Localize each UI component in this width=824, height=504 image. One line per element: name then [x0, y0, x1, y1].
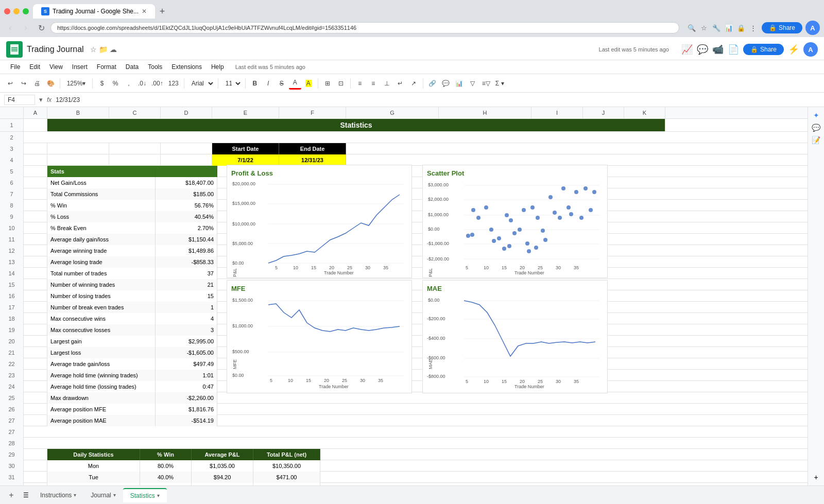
- expand-icon[interactable]: ▾: [39, 96, 43, 103]
- bookmark-icon[interactable]: ☆: [699, 23, 709, 33]
- menu-format[interactable]: Format: [93, 61, 121, 73]
- add-sheet-button[interactable]: +: [4, 488, 19, 502]
- align-center[interactable]: ≡: [367, 77, 380, 90]
- menu-help[interactable]: Help: [207, 61, 228, 73]
- menu-data[interactable]: Data: [122, 61, 143, 73]
- chart-button[interactable]: 📊: [453, 77, 466, 90]
- text-wrap[interactable]: ↵: [394, 77, 406, 90]
- stats-label-19[interactable]: Max consecutive losses: [47, 324, 156, 336]
- stats-value-9[interactable]: 40.54%: [156, 211, 217, 222]
- stats-label-21[interactable]: Largest loss: [47, 347, 156, 358]
- cloud-icon[interactable]: ☁: [110, 45, 117, 54]
- cell-A3[interactable]: [24, 143, 47, 154]
- stats-label-24[interactable]: Average hold time (lossing trades): [47, 381, 156, 392]
- stats-value-20[interactable]: $2,995.00: [156, 336, 217, 347]
- stats-value-17[interactable]: 1: [156, 302, 217, 313]
- tab-close-icon[interactable]: ✕: [142, 8, 147, 15]
- cell-A24[interactable]: [24, 381, 47, 392]
- daily-header-total[interactable]: Total P&L (net): [253, 449, 320, 460]
- cell-A29[interactable]: [24, 449, 47, 460]
- lightning-icon[interactable]: ⚡: [788, 44, 799, 55]
- cell-A4[interactable]: [24, 154, 47, 166]
- active-tab[interactable]: S Trading Journal - Google She... ✕: [33, 4, 155, 19]
- stats-value-22[interactable]: $497.49: [156, 358, 217, 370]
- menu-tools[interactable]: Tools: [144, 61, 166, 73]
- new-tab-button[interactable]: +: [155, 4, 169, 19]
- folder-icon[interactable]: 📁: [99, 45, 108, 54]
- tab-statistics[interactable]: Statistics ▾: [123, 488, 167, 502]
- sidebar-chat-icon[interactable]: 💬: [812, 124, 820, 132]
- cell-reference[interactable]: F4: [4, 95, 35, 105]
- font-size-select[interactable]: 11: [221, 78, 242, 89]
- menu-view[interactable]: View: [45, 61, 67, 73]
- stats-value-21[interactable]: -$1,605.00: [156, 347, 217, 358]
- col-header-C[interactable]: C: [109, 107, 161, 118]
- stats-value-18[interactable]: 4: [156, 313, 217, 324]
- formula-button[interactable]: Σ ▾: [493, 77, 506, 90]
- bold-button[interactable]: B: [249, 77, 261, 90]
- col-header-F[interactable]: F: [279, 107, 346, 118]
- maximize-button[interactable]: [23, 8, 29, 14]
- cell-A30[interactable]: [24, 460, 47, 472]
- daily-win-31[interactable]: 40.0%: [140, 472, 192, 483]
- stats-label-6[interactable]: Net Gain/Loss: [47, 177, 156, 188]
- back-button[interactable]: ‹: [4, 22, 16, 34]
- col-header-E[interactable]: E: [212, 107, 279, 118]
- cell-B3[interactable]: [47, 143, 109, 154]
- daily-total-32[interactable]: $4,755.00: [253, 483, 320, 485]
- menu-extensions[interactable]: Extensions: [167, 61, 206, 73]
- sheet-list-button[interactable]: ☰: [19, 488, 33, 502]
- daily-day-32[interactable]: Wed: [47, 483, 140, 485]
- cell-A7[interactable]: [24, 188, 47, 200]
- cell-A12[interactable]: [24, 245, 47, 256]
- comment-icon[interactable]: 💬: [697, 44, 708, 55]
- cell-C3[interactable]: [109, 143, 161, 154]
- stats-label-18[interactable]: Max consecutive wins: [47, 313, 156, 324]
- align-left[interactable]: ≡: [354, 77, 366, 90]
- extension-icon-2[interactable]: 📊: [724, 23, 734, 33]
- align-bottom[interactable]: ⊥: [381, 77, 393, 90]
- stats-value-6[interactable]: $18,407.00: [156, 177, 217, 188]
- extension-icon-1[interactable]: 🔧: [711, 23, 722, 33]
- stats-value-15[interactable]: 21: [156, 279, 217, 290]
- merge-button[interactable]: ⊡: [335, 77, 347, 90]
- font-color-button[interactable]: A: [289, 77, 301, 90]
- font-select[interactable]: Arial: [187, 78, 215, 89]
- cell-B1-merged[interactable]: Statistics: [47, 119, 665, 131]
- cell-A16[interactable]: [24, 290, 47, 302]
- menu-insert[interactable]: Insert: [68, 61, 92, 73]
- cell-A32[interactable]: [24, 483, 47, 485]
- stats-value-13[interactable]: -$858.33: [156, 256, 217, 268]
- daily-win-32[interactable]: 55.6%: [140, 483, 192, 485]
- sidebar-plus-icon[interactable]: +: [814, 473, 818, 481]
- cell-A18[interactable]: [24, 313, 47, 324]
- cell-D3[interactable]: [161, 143, 212, 154]
- border-button[interactable]: ⊞: [321, 77, 334, 90]
- stats-label-25[interactable]: Max drawdown: [47, 392, 156, 404]
- stats-label-27[interactable]: Average position MAE: [47, 415, 156, 426]
- star-icon[interactable]: ☆: [90, 45, 97, 54]
- cell-E4-start-value[interactable]: 7/1/22: [212, 154, 279, 166]
- col-header-K[interactable]: K: [624, 107, 665, 118]
- paint-format-button[interactable]: 🎨: [44, 77, 57, 90]
- stats-value-26[interactable]: $1,816.76: [156, 404, 217, 415]
- stats-label-9[interactable]: % Loss: [47, 211, 156, 222]
- comma-button[interactable]: ,: [123, 77, 135, 90]
- comment-button[interactable]: 💬: [440, 77, 452, 90]
- stats-value-14[interactable]: 37: [156, 268, 217, 279]
- sidebar-explore-icon[interactable]: ✦: [813, 111, 819, 119]
- stats-value-27[interactable]: -$514.19: [156, 415, 217, 426]
- col-header-H[interactable]: H: [439, 107, 531, 118]
- stats-label-23[interactable]: Average hold time (winning trades): [47, 370, 156, 381]
- cell-A11[interactable]: [24, 234, 47, 245]
- stats-value-23[interactable]: 1:01: [156, 370, 217, 381]
- stats-label-14[interactable]: Total number of trades: [47, 268, 156, 279]
- daily-avg-32[interactable]: $528.33: [192, 483, 253, 485]
- daily-day-31[interactable]: Tue: [47, 472, 140, 483]
- cell-A9[interactable]: [24, 211, 47, 222]
- cell-A26[interactable]: [24, 404, 47, 415]
- col-header-A[interactable]: A: [24, 107, 47, 118]
- col-header-I[interactable]: I: [531, 107, 583, 118]
- docs-icon[interactable]: 📄: [728, 44, 739, 55]
- stats-label-20[interactable]: Largest gain: [47, 336, 156, 347]
